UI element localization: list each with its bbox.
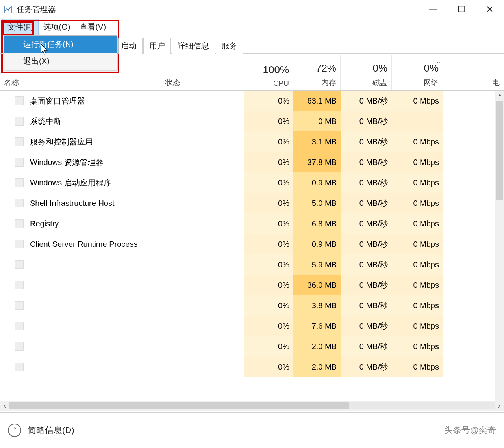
process-icon (15, 158, 24, 167)
cell-status (161, 91, 244, 111)
tab-services[interactable]: 服务 (216, 38, 243, 54)
col-status[interactable]: 状态 (161, 55, 244, 90)
cell-cpu: 0% (244, 336, 293, 357)
cell-name (0, 316, 161, 336)
menu-view[interactable]: 查看(V) (75, 19, 111, 35)
cell-network: 0 Mbps (392, 254, 443, 275)
process-icon (15, 117, 24, 126)
cell-status (161, 234, 244, 254)
cell-name: Client Server Runtime Process (0, 234, 161, 254)
cell-name: 桌面窗口管理器 (0, 91, 161, 111)
scroll-right-icon[interactable]: › (495, 402, 504, 410)
process-name: Windows 资源管理器 (30, 157, 104, 168)
svg-marker-1 (41, 44, 47, 54)
table-row[interactable]: Client Server Runtime Process0%0.9 MB0 M… (0, 234, 495, 254)
process-icon (15, 260, 24, 269)
col-extra[interactable]: 电 (443, 55, 504, 90)
cell-status (161, 111, 244, 131)
cell-name (0, 254, 161, 275)
table-row[interactable]: 0%36.0 MB0 MB/秒0 Mbps (0, 275, 495, 295)
table-row[interactable]: 0%3.8 MB0 MB/秒0 Mbps (0, 295, 495, 316)
process-icon (15, 281, 24, 289)
cell-memory: 5.0 MB (293, 193, 341, 213)
table-row[interactable]: Shell Infrastructure Host0%5.0 MB0 MB/秒0… (0, 193, 495, 213)
table-row[interactable]: 0%2.0 MB0 MB/秒0 Mbps (0, 357, 495, 377)
app-icon (3, 5, 13, 14)
process-icon (15, 199, 24, 207)
table-row[interactable]: 桌面窗口管理器0%63.1 MB0 MB/秒0 Mbps (0, 91, 495, 111)
fewer-details-label[interactable]: 简略信息(D) (28, 424, 74, 436)
scroll-thumb-vertical[interactable] (496, 101, 503, 200)
cell-network: 0 Mbps (392, 295, 443, 316)
cell-disk: 0 MB/秒 (341, 91, 392, 111)
cell-status (161, 254, 244, 275)
menu-options[interactable]: 选项(O) (39, 19, 75, 35)
cell-cpu: 0% (244, 316, 293, 336)
cell-memory: 7.6 MB (293, 316, 341, 336)
cell-cpu: 0% (244, 254, 293, 275)
cell-network: 0 Mbps (392, 91, 443, 111)
table-row[interactable]: 0%5.9 MB0 MB/秒0 Mbps (0, 254, 495, 275)
cell-status (161, 295, 244, 316)
scroll-up-icon[interactable]: ▴ (495, 91, 504, 101)
file-menu-dropdown: 运行新任务(N) 退出(X) (4, 35, 117, 70)
process-icon (15, 219, 24, 228)
cell-status (161, 193, 244, 213)
cell-disk: 0 MB/秒 (341, 336, 392, 357)
minimize-button[interactable]: — (419, 0, 447, 19)
cell-network: 0 Mbps (392, 152, 443, 172)
process-icon (15, 240, 24, 248)
process-name: Registry (30, 219, 59, 228)
table-row[interactable]: 系统中断0%0 MB0 MB/秒 (0, 111, 495, 131)
cell-memory: 0.9 MB (293, 172, 341, 193)
cell-memory: 0.9 MB (293, 234, 341, 254)
process-name: Windows 启动应用程序 (30, 178, 111, 188)
scroll-left-icon[interactable]: ‹ (0, 402, 9, 410)
cell-status (161, 316, 244, 336)
cell-disk: 0 MB/秒 (341, 254, 392, 275)
table-row[interactable]: 0%2.0 MB0 MB/秒0 Mbps (0, 336, 495, 357)
process-icon (15, 342, 24, 351)
cell-cpu: 0% (244, 234, 293, 254)
tab-details[interactable]: 详细信息 (172, 38, 215, 54)
col-network[interactable]: ⌄0%网络 (392, 55, 443, 90)
cell-network: 0 Mbps (392, 172, 443, 193)
table-row[interactable]: Windows 启动应用程序0%0.9 MB0 MB/秒0 Mbps (0, 172, 495, 193)
col-disk[interactable]: 0%磁盘 (341, 55, 392, 90)
table-row[interactable]: Registry0%6.8 MB0 MB/秒0 Mbps (0, 213, 495, 234)
mouse-cursor-icon (41, 44, 50, 56)
cell-cpu: 0% (244, 193, 293, 213)
process-table: 名称 状态 100%CPU 72%内存 0%磁盘 ⌄0%网络 电 桌面窗口管理器… (0, 55, 504, 401)
table-row[interactable]: 0%7.6 MB0 MB/秒0 Mbps (0, 316, 495, 336)
cell-cpu: 0% (244, 213, 293, 234)
menu-run-new-task[interactable]: 运行新任务(N) (4, 36, 117, 53)
process-icon (15, 137, 24, 146)
close-button[interactable]: ✕ (476, 0, 504, 19)
cell-disk: 0 MB/秒 (341, 234, 392, 254)
vertical-scrollbar[interactable]: ▴ (495, 91, 504, 401)
table-row[interactable]: Windows 资源管理器0%37.8 MB0 MB/秒0 Mbps (0, 152, 495, 172)
cell-network: 0 Mbps (392, 131, 443, 152)
process-icon (15, 178, 24, 187)
process-name: 系统中断 (30, 116, 61, 127)
tab-startup[interactable]: 启动 (118, 38, 143, 54)
col-memory[interactable]: 72%内存 (293, 55, 341, 90)
fewer-details-toggle[interactable]: ˄ (8, 424, 21, 437)
cell-name (0, 295, 161, 316)
cell-memory: 3.8 MB (293, 295, 341, 316)
tab-users[interactable]: 用户 (143, 38, 171, 54)
scroll-thumb-horizontal[interactable] (9, 402, 349, 409)
col-cpu[interactable]: 100%CPU (244, 55, 293, 90)
cell-cpu: 0% (244, 152, 293, 172)
cell-name: Windows 启动应用程序 (0, 172, 161, 193)
table-row[interactable]: 服务和控制器应用0%3.1 MB0 MB/秒0 Mbps (0, 131, 495, 152)
cell-disk: 0 MB/秒 (341, 172, 392, 193)
cell-status (161, 275, 244, 295)
process-name: 服务和控制器应用 (30, 137, 93, 147)
menu-exit[interactable]: 退出(X) (4, 53, 117, 70)
cell-disk: 0 MB/秒 (341, 295, 392, 316)
horizontal-scrollbar[interactable]: ‹ › (0, 401, 504, 411)
menu-file[interactable]: 文件(F) (2, 19, 39, 35)
chevron-up-icon: ˄ (13, 426, 17, 435)
maximize-button[interactable]: ☐ (447, 0, 476, 19)
